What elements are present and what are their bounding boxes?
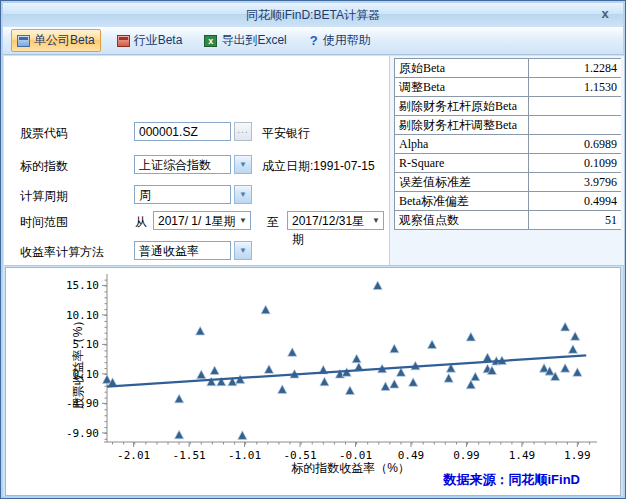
result-value: 3.9796	[529, 173, 621, 191]
result-value: 1.2284	[529, 59, 621, 77]
close-icon[interactable]: x	[597, 3, 613, 27]
result-row: Beta标准偏差0.4994	[395, 192, 621, 211]
result-row: Alpha0.6989	[395, 135, 621, 154]
index-label: 标的指数	[20, 158, 68, 175]
toolbar-item-1[interactable]: 单公司Beta	[11, 29, 101, 52]
scatter-point	[175, 430, 184, 439]
result-row: 观察值点数51	[395, 211, 621, 230]
scatter-point	[466, 332, 475, 341]
return-method-dropdown-arrow-icon[interactable]: ▼	[234, 241, 252, 260]
result-label: R-Square	[395, 154, 529, 172]
scatter-point	[288, 348, 297, 357]
result-label: 调整Beta	[395, 78, 529, 96]
panel-divider	[4, 265, 624, 266]
results-region: 原始Beta1.2284调整Beta1.1530剔除财务杠杆原始Beta剔除财务…	[389, 56, 624, 265]
scatter-point	[561, 364, 570, 373]
scatter-point	[409, 378, 418, 387]
result-label: 原始Beta	[395, 59, 529, 77]
toolbar-item-label: 使用帮助	[323, 32, 371, 49]
scatter-point	[571, 332, 580, 341]
date-from-value: 2017/ 1/ 1星期	[158, 214, 235, 228]
scatter-point	[345, 386, 354, 395]
scatter-point	[427, 340, 436, 349]
title-bar[interactable]: 同花顺iFinD:BETA计算器 x	[3, 3, 623, 27]
y-tick-label: -9.90	[66, 427, 99, 440]
toolbar-item-3[interactable]: x导出到Excel	[198, 29, 292, 52]
toolbar-item-label: 单公司Beta	[34, 32, 95, 49]
return-method-label: 收益率计算方法	[20, 244, 104, 261]
x-tick-label: -1.01	[228, 449, 261, 462]
scatter-point	[320, 377, 329, 386]
toolbar-item-label: 行业Beta	[134, 32, 183, 49]
date-from-picker[interactable]: 2017/ 1/ 1星期 ▼	[153, 211, 251, 230]
toolbar-item-label: 导出到Excel	[221, 32, 286, 49]
date-to-value: 2017/12/31星期	[292, 214, 364, 246]
result-row: 剔除财务杠杆调整Beta	[395, 116, 621, 135]
result-value: 0.4994	[529, 192, 621, 210]
result-label: 剔除财务杠杆调整Beta	[395, 116, 529, 134]
x-tick-label: 1.49	[509, 449, 536, 462]
result-row: 原始Beta1.2284	[395, 59, 621, 78]
range-to-label: 至	[267, 214, 279, 231]
index-select[interactable]: 上证综合指数	[134, 155, 231, 174]
range-from-label: 从	[135, 214, 147, 231]
date-to-arrow-icon[interactable]: ▼	[372, 212, 380, 230]
excel-icon: x	[204, 35, 217, 47]
scatter-point	[373, 281, 382, 290]
result-value: 1.1530	[529, 78, 621, 96]
return-method-select[interactable]: 普通收益率	[134, 241, 231, 260]
x-tick-label: 0.99	[453, 449, 480, 462]
result-value	[529, 97, 621, 115]
toolbar-item-4[interactable]: ?使用帮助	[303, 29, 377, 52]
result-label: 误差值标准差	[395, 173, 529, 191]
scatter-chart: -2.01-1.51-1.01-0.51-0.010.490.991.491.9…	[6, 268, 620, 495]
result-label: Beta标准偏差	[395, 192, 529, 210]
result-value	[529, 116, 621, 134]
beta-calculator-window: 同花顺iFinD:BETA计算器 x 单公司Beta行业Betax导出到Exce…	[0, 0, 626, 499]
result-label: Alpha	[395, 135, 529, 153]
scatter-point	[568, 345, 577, 354]
x-axis-title: 标的指数收益率（%）	[291, 461, 410, 475]
company-name-label: 平安银行	[262, 125, 310, 142]
company-beta-icon	[17, 35, 30, 47]
stock-code-label: 股票代码	[20, 125, 68, 142]
scatter-point	[197, 370, 206, 379]
result-row: 误差值标准差3.9796	[395, 173, 621, 192]
stock-code-input[interactable]: 000001.SZ	[134, 122, 231, 141]
x-tick-label: 1.99	[564, 449, 591, 462]
date-to-picker[interactable]: 2017/12/31星期 ▼	[287, 211, 384, 230]
scatter-point	[175, 394, 184, 403]
result-row: R-Square0.1099	[395, 154, 621, 173]
scatter-point	[444, 374, 453, 383]
result-row: 调整Beta1.1530	[395, 78, 621, 97]
scatter-point	[278, 385, 287, 394]
regression-chart-panel: -2.01-1.51-1.01-0.51-0.010.490.991.491.9…	[5, 267, 621, 496]
scatter-point	[238, 431, 247, 440]
regression-trend-line	[107, 355, 586, 386]
toolbar: 单公司Beta行业Betax导出到Excel?使用帮助	[3, 27, 623, 55]
scatter-point	[207, 377, 216, 386]
scatter-point	[390, 380, 399, 389]
results-table: 原始Beta1.2284调整Beta1.1530剔除财务杠杆原始Beta剔除财务…	[394, 58, 621, 230]
y-axis-title: 股票收益率（%）	[71, 315, 85, 410]
result-label: 剔除财务杠杆原始Beta	[395, 97, 529, 115]
period-select[interactable]: 周	[134, 185, 231, 204]
window-title: 同花顺iFinD:BETA计算器	[246, 8, 380, 22]
data-source-note: 数据来源：同花顺iFinD	[444, 471, 581, 489]
result-label: 观察值点数	[395, 211, 529, 229]
scatter-point	[210, 366, 219, 375]
period-dropdown-arrow-icon[interactable]: ▼	[234, 185, 252, 204]
result-value: 51	[529, 211, 621, 229]
range-label: 时间范围	[20, 214, 68, 231]
date-from-arrow-icon[interactable]: ▼	[239, 212, 247, 230]
scatter-point	[561, 322, 570, 331]
index-dropdown-arrow-icon[interactable]: ▼	[234, 155, 252, 174]
scatter-point	[381, 382, 390, 391]
toolbar-item-2[interactable]: 行业Beta	[111, 29, 189, 52]
scatter-point	[196, 326, 205, 335]
stock-browse-button[interactable]: ...	[234, 122, 252, 141]
scatter-point	[471, 372, 480, 381]
y-tick-label: 15.10	[66, 279, 99, 292]
industry-beta-icon	[117, 35, 130, 47]
scatter-point	[261, 305, 270, 314]
